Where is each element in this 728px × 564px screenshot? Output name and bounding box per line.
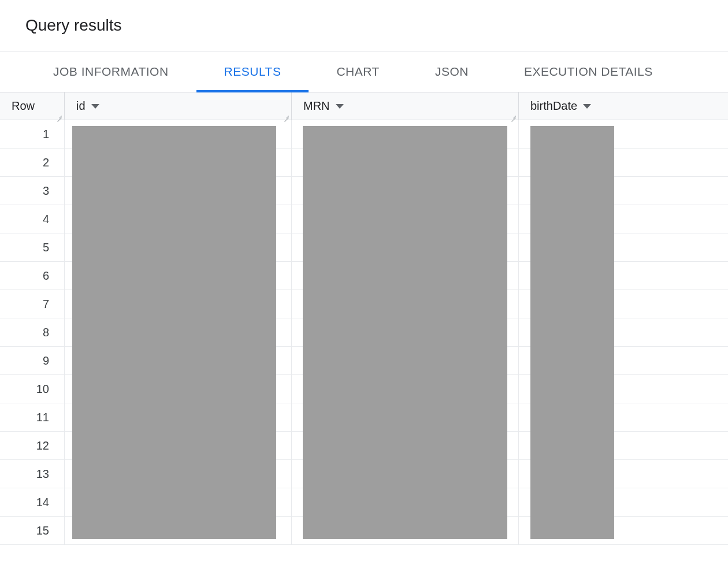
cell-birthdate [519, 262, 728, 290]
cell-id [65, 120, 292, 148]
chevron-down-icon [91, 104, 99, 109]
table-row: 4 [0, 205, 728, 233]
column-header-id-label: id [76, 99, 86, 113]
cell-birthdate [519, 460, 728, 488]
cell-id [65, 318, 292, 346]
table-row: 11 [0, 403, 728, 432]
results-tabs: JOB INFORMATION RESULTS CHART JSON EXECU… [0, 51, 728, 92]
row-number: 14 [0, 488, 65, 516]
table-row: 7 [0, 290, 728, 318]
chevron-down-icon [583, 104, 591, 109]
column-header-row[interactable]: Row [0, 92, 65, 120]
cell-mrn [292, 290, 519, 318]
cell-mrn [292, 149, 519, 176]
table-row: 5 [0, 233, 728, 262]
table-row: 15 [0, 517, 728, 545]
results-table: Row id MRN birthDate 1 2 [0, 92, 728, 545]
row-number: 1 [0, 120, 65, 148]
column-header-id[interactable]: id [65, 92, 292, 120]
cell-mrn [292, 177, 519, 205]
row-number: 10 [0, 375, 65, 403]
row-number: 7 [0, 290, 65, 318]
cell-id [65, 177, 292, 205]
table-row: 9 [0, 347, 728, 375]
chevron-down-icon [336, 104, 344, 109]
tab-results[interactable]: RESULTS [196, 51, 309, 92]
cell-mrn [292, 347, 519, 374]
cell-birthdate [519, 432, 728, 459]
cell-birthdate [519, 347, 728, 374]
column-header-mrn[interactable]: MRN [292, 92, 519, 120]
cell-id [65, 205, 292, 233]
resize-handle-icon [510, 112, 517, 118]
column-header-birthdate[interactable]: birthDate [519, 92, 728, 120]
tab-json[interactable]: JSON [407, 51, 496, 92]
cell-mrn [292, 403, 519, 431]
table-row: 2 [0, 149, 728, 177]
cell-birthdate [519, 290, 728, 318]
table-body: 1 2 3 4 5 6 [0, 120, 728, 545]
column-header-row-label: Row [12, 99, 35, 113]
table-row: 13 [0, 460, 728, 488]
row-number: 3 [0, 177, 65, 205]
cell-mrn [292, 233, 519, 261]
row-number: 2 [0, 149, 65, 176]
page-title: Query results [0, 0, 728, 51]
tab-chart[interactable]: CHART [309, 51, 407, 92]
row-number: 9 [0, 347, 65, 374]
tab-job-information[interactable]: JOB INFORMATION [25, 51, 196, 92]
cell-mrn [292, 262, 519, 290]
cell-birthdate [519, 318, 728, 346]
table-row: 12 [0, 432, 728, 460]
cell-id [65, 375, 292, 403]
table-row: 6 [0, 262, 728, 290]
cell-birthdate [519, 403, 728, 431]
cell-id [65, 262, 292, 290]
cell-mrn [292, 318, 519, 346]
table-row: 10 [0, 375, 728, 403]
row-number: 4 [0, 205, 65, 233]
cell-birthdate [519, 233, 728, 261]
cell-id [65, 517, 292, 544]
cell-id [65, 460, 292, 488]
cell-mrn [292, 488, 519, 516]
column-header-mrn-label: MRN [303, 99, 330, 113]
tab-execution-details[interactable]: EXECUTION DETAILS [496, 51, 681, 92]
cell-id [65, 290, 292, 318]
cell-id [65, 432, 292, 459]
cell-birthdate [519, 149, 728, 176]
cell-mrn [292, 460, 519, 488]
cell-mrn [292, 432, 519, 459]
table-row: 1 [0, 120, 728, 149]
table-row: 8 [0, 318, 728, 347]
row-number: 12 [0, 432, 65, 459]
row-number: 11 [0, 403, 65, 431]
row-number: 5 [0, 233, 65, 261]
cell-id [65, 233, 292, 261]
cell-mrn [292, 120, 519, 148]
cell-id [65, 347, 292, 374]
row-number: 6 [0, 262, 65, 290]
table-row: 14 [0, 488, 728, 517]
resize-handle-icon [56, 112, 63, 118]
row-number: 15 [0, 517, 65, 544]
cell-id [65, 403, 292, 431]
cell-birthdate [519, 517, 728, 544]
cell-birthdate [519, 120, 728, 148]
cell-birthdate [519, 177, 728, 205]
column-header-birthdate-label: birthDate [530, 99, 577, 113]
cell-birthdate [519, 375, 728, 403]
cell-birthdate [519, 488, 728, 516]
cell-mrn [292, 517, 519, 544]
cell-birthdate [519, 205, 728, 233]
cell-mrn [292, 205, 519, 233]
table-row: 3 [0, 177, 728, 205]
resize-handle-icon [283, 112, 290, 118]
cell-id [65, 149, 292, 176]
cell-id [65, 488, 292, 516]
row-number: 8 [0, 318, 65, 346]
cell-mrn [292, 375, 519, 403]
table-header-row: Row id MRN birthDate [0, 92, 728, 120]
row-number: 13 [0, 460, 65, 488]
